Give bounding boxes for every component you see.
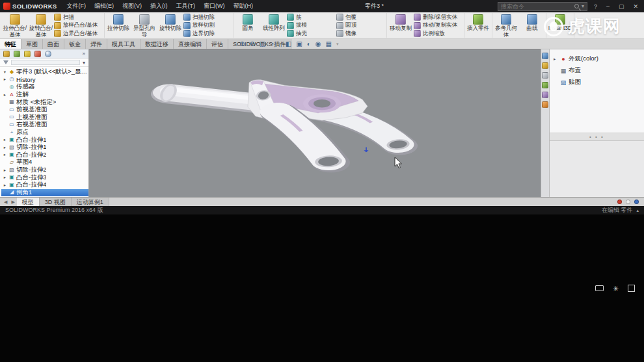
displaymanager-tab-icon[interactable] — [45, 51, 51, 57]
tree-item-material[interactable]: ▦材质 <未指定> — [1, 98, 88, 106]
status-expand-icon[interactable]: ▴ — [636, 208, 639, 213]
tree-item-front-plane[interactable]: ▭前视基准面 — [1, 106, 88, 114]
tree-item-top-plane[interactable]: ▭上视基准面 — [1, 114, 88, 122]
boundary-boss-button[interactable]: 边界凸台/基体 — [54, 30, 103, 38]
expand-arrow-icon[interactable]: ▸ — [3, 77, 7, 82]
settings-gear-icon[interactable]: ✳ — [613, 285, 619, 292]
expand-arrow-icon[interactable]: ▸ — [3, 152, 7, 157]
insert-part-button[interactable]: 插入零件 — [465, 13, 491, 38]
revolved-cut-button[interactable]: 旋转切除 — [157, 13, 183, 38]
graphics-viewport[interactable] — [89, 49, 541, 197]
custom-properties-icon[interactable] — [542, 101, 548, 108]
loft-button[interactable]: 放样凸台/基体 — [54, 21, 103, 29]
wrap-button[interactable]: 包覆 — [336, 14, 386, 21]
tree-item-sensors[interactable]: ◎传感器 — [1, 83, 88, 91]
zoom-to-area-icon[interactable]: ⊖ — [249, 40, 254, 48]
close-icon[interactable]: ✕ — [630, 3, 641, 10]
hide-show-items-icon[interactable]: ◐ — [307, 40, 311, 48]
apply-scene-icon[interactable]: ▦ — [325, 40, 331, 48]
fillet-button[interactable]: 圆角 — [235, 13, 261, 38]
propertymanager-tab-icon[interactable] — [14, 51, 20, 57]
menu-insert[interactable]: 插入(I) — [146, 1, 172, 12]
view-orientation-icon[interactable]: ◧ — [286, 40, 291, 48]
tree-item-cut-extrude1[interactable]: ▸▧切除-拉伸1 — [1, 144, 88, 151]
tree-item-boss-extrude4[interactable]: ▸▣凸台-拉伸4 — [1, 181, 88, 189]
collapse-arrow-icon[interactable]: ▾ — [3, 70, 7, 75]
filter-dropdown-icon[interactable]: ▾ — [83, 60, 85, 66]
motion-study-tab[interactable]: 运动算例1 — [72, 198, 109, 206]
home-tab-icon[interactable] — [542, 53, 548, 59]
menu-tools[interactable]: 工具(T) — [172, 1, 199, 12]
move-copy-button[interactable]: 移动复制 — [388, 13, 414, 38]
scale-button[interactable]: 比例缩放 — [414, 30, 463, 38]
extruded-cut-button[interactable]: 拉伸切除 — [105, 13, 131, 38]
decals-item[interactable]: ▨ 贴图 — [554, 78, 641, 86]
expand-arrow-icon[interactable]: ▸ — [3, 92, 7, 97]
manager-tabs-overflow-icon[interactable]: » — [83, 51, 85, 57]
expand-arrow-icon[interactable]: ▸ — [3, 183, 7, 188]
linear-pattern-button[interactable]: 线性阵列 — [261, 13, 287, 38]
tab-surfaces[interactable]: 曲面 — [43, 39, 64, 49]
search-input[interactable] — [501, 3, 572, 10]
dome-button[interactable]: 圆顶 — [336, 21, 386, 29]
appearances-item[interactable]: ▸ ● 外观(color) — [554, 55, 641, 63]
tree-root[interactable]: ▾ ◆ 零件3 (默认<<默认>_显示状态 1>) — [1, 68, 88, 76]
expand-arrow-icon[interactable]: ▸ — [554, 57, 558, 62]
expand-arrow-icon[interactable]: ▸ — [3, 137, 7, 142]
revolve-boss-button[interactable]: 旋转凸台/基体 — [28, 13, 54, 38]
display-style-icon[interactable]: ▣ — [296, 40, 302, 48]
search-dropdown-icon[interactable]: ▾ — [582, 3, 584, 9]
edit-appearance-icon[interactable]: ◉ — [315, 40, 321, 48]
restore-icon[interactable]: ▢ — [616, 3, 627, 10]
tab-scroll-left-icon[interactable]: ◀ — [2, 200, 9, 205]
command-search[interactable]: ▾ — [498, 2, 587, 11]
design-library-icon[interactable] — [542, 62, 548, 69]
tree-item-chamfer1[interactable]: ◢倒角1 — [1, 189, 88, 197]
rib-button[interactable]: 筋 — [287, 14, 336, 21]
tree-item-cut-extrude2[interactable]: ▸▧切除-拉伸2 — [1, 166, 88, 174]
mirror-button[interactable]: 镜像 — [336, 30, 386, 38]
tab-sheet-metal[interactable]: 钣金 — [64, 39, 86, 49]
menu-file[interactable]: 文件(F) — [62, 1, 90, 12]
tree-item-origin[interactable]: +原点 — [1, 129, 88, 136]
tree-item-boss-extrude3[interactable]: ▸▣凸台-拉伸3 — [1, 174, 88, 181]
expand-arrow-icon[interactable]: ▸ — [3, 168, 7, 173]
expand-arrow-icon[interactable]: ▸ — [3, 175, 7, 180]
expand-arrow-icon[interactable]: ▸ — [3, 145, 7, 150]
hole-wizard-button[interactable]: 异型孔向导 — [131, 13, 157, 38]
theater-mode-icon[interactable] — [595, 285, 604, 291]
instant3d-button[interactable]: Instant3D — [547, 13, 573, 38]
tree-item-boss-extrude2[interactable]: ▸▣凸台-拉伸2 — [1, 151, 88, 159]
appearances-tab-icon[interactable] — [542, 92, 548, 98]
help-icon[interactable]: ? — [591, 3, 600, 10]
extrude-boss-button[interactable]: 拉伸凸台/基体 — [2, 13, 28, 38]
minimize-icon[interactable]: – — [604, 3, 612, 10]
tab-direct-editing[interactable]: 直接编辑 — [174, 39, 207, 49]
tab-scroll-right-icon[interactable]: ▶ — [9, 200, 16, 205]
tree-item-sketch4[interactable]: ▱草图4 — [1, 159, 88, 166]
menu-help[interactable]: 帮助(H) — [229, 1, 257, 12]
tree-item-boss-extrude1[interactable]: ▸▣凸台-拉伸1 — [1, 136, 88, 144]
tab-features[interactable]: 特征 — [0, 39, 21, 49]
section-view-icon[interactable]: ◔ — [270, 40, 274, 48]
tab-sketch[interactable]: 草图 — [21, 39, 43, 49]
menu-view[interactable]: 视图(V) — [118, 1, 146, 12]
tab-weldments[interactable]: 焊件 — [86, 39, 107, 49]
tree-item-annotations[interactable]: ▸A注解 — [1, 91, 88, 99]
filter-icon[interactable] — [3, 60, 8, 64]
file-explorer-icon[interactable] — [542, 72, 548, 79]
reference-geometry-button[interactable]: 参考几何体 — [493, 13, 519, 38]
model-tab[interactable]: 模型 — [17, 198, 40, 206]
view-settings-dropdown-icon[interactable]: ▾ — [336, 42, 339, 47]
curves-button[interactable]: 曲线 — [519, 13, 545, 38]
previous-view-icon[interactable]: ◫ — [260, 40, 265, 48]
tree-item-right-plane[interactable]: ▭右视基准面 — [1, 121, 88, 129]
dimxpertmanager-tab-icon[interactable] — [34, 51, 41, 57]
draft-button[interactable]: 拔模 — [287, 21, 336, 29]
sweep-button[interactable]: 扫描 — [54, 14, 103, 21]
tab-evaluate[interactable]: 评估 — [207, 39, 228, 49]
menu-window[interactable]: 窗口(W) — [200, 1, 229, 12]
3d-views-tab[interactable]: 3D 视图 — [40, 198, 72, 206]
tree-item-history[interactable]: ▸◷History — [1, 76, 88, 84]
view-palette-icon[interactable] — [542, 82, 548, 88]
